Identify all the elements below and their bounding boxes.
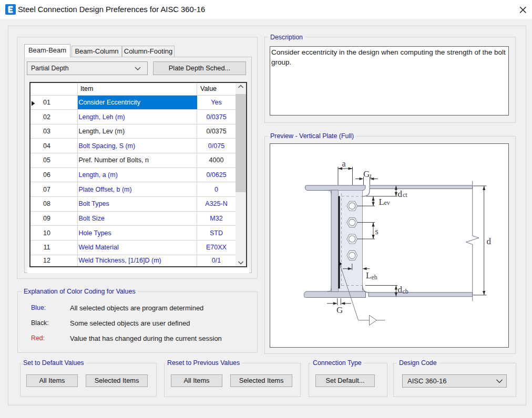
svg-text:eh: eh <box>372 274 377 281</box>
svg-text:L: L <box>379 196 384 206</box>
svg-text:cb: cb <box>403 288 408 295</box>
svg-text:L: L <box>366 270 371 280</box>
svg-text:d: d <box>398 189 403 199</box>
svg-text:d: d <box>398 285 403 295</box>
svg-text:ct: ct <box>403 191 407 198</box>
svg-text:a: a <box>342 159 346 168</box>
svg-text:G: G <box>336 305 343 315</box>
svg-text:d: d <box>487 236 492 246</box>
svg-text:s: s <box>375 227 378 236</box>
svg-text:G: G <box>363 169 370 179</box>
svg-text:ev: ev <box>384 199 390 206</box>
